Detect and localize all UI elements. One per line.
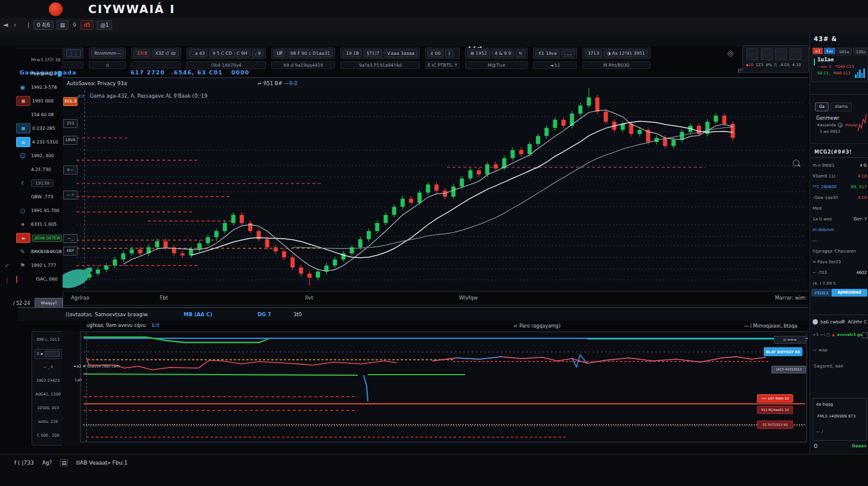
- indicator-gray-button[interactable]: 1415 49312913: [771, 366, 806, 373]
- toolbar-group: ⋮⋮: [64, 48, 83, 68]
- right-panel-row[interactable]: **1 19060069, 517: [813, 182, 867, 192]
- tabstrip-button[interactable]: 0 4|6: [33, 20, 54, 30]
- layout-thumbnail[interactable]: [789, 48, 801, 60]
- thumbnail-stat: ▪10: [746, 63, 754, 67]
- mini-list-item[interactable]: 096 c, 1013: [36, 335, 60, 349]
- indicator-chart[interactable]: [63, 331, 808, 446]
- right-panel-tab[interactable]: dilama: [830, 102, 852, 111]
- back-forward-arrows-icon[interactable]: ◄ ‹: [3, 21, 18, 29]
- toolbar: ⋮⋮Rtnimmm—dZ3!8X3Z ∅ ǳ. a 439 5 C CD : C…: [64, 48, 650, 69]
- toolbar-button[interactable]: ): [445, 49, 453, 57]
- watchlist-item[interactable]: ▪6331.1.005: [15, 217, 62, 231]
- toolbar-button[interactable]: €1 1Ava: [535, 49, 559, 57]
- right-panel-row[interactable]: Fqaragqa 'Chaviaren: [813, 246, 867, 257]
- tabstrip-button[interactable]: ▤: [57, 20, 69, 30]
- toolbar-button[interactable]: V.aaa 3aaaa: [384, 49, 417, 57]
- toolbar-button[interactable]: 98 F 90 c D1aa31: [287, 49, 333, 57]
- position-summary-box[interactable]: 1u1ae ~ww. 0 *O49 C13 98 23, MA6 013: [811, 55, 868, 82]
- mini-list-item[interactable]: — _ k: [43, 363, 54, 376]
- watchlist-item[interactable]: 4.21.730: [15, 163, 62, 176]
- watchlist-item[interactable]: ▦0 232-285: [15, 122, 62, 135]
- toolbar-button[interactable]: X3Z ∅ ǳ: [152, 49, 179, 57]
- checkbox-icon[interactable]: [862, 332, 868, 338]
- right-panel-row[interactable]: 93am9 11)4.18: [813, 171, 867, 182]
- order-button[interactable]: ≡3: [813, 48, 823, 54]
- price-label: — >: [63, 191, 78, 200]
- right-panel-row[interactable]: m-n 9W834 G: [813, 160, 867, 171]
- right-panel-row[interactable]: Med: [813, 203, 867, 214]
- right-panel-row[interactable]: -Oaw 1aa304.18: [813, 192, 867, 203]
- right-panel-tab[interactable]: Ga: [815, 102, 829, 111]
- toolbar-button[interactable]: ◑ As 12!91 3951: [604, 49, 648, 57]
- toolbar-button[interactable]: . , ,: [562, 49, 575, 57]
- mini-list-item[interactable]: A0G41, 1300: [35, 390, 61, 404]
- help-circle-icon[interactable]: ◎: [727, 49, 735, 57]
- right-panel-row[interactable]: 1a U wooGirr: 7: [813, 214, 867, 225]
- toolbar-button[interactable]: 9 5 C CD : C 9H: [209, 49, 250, 57]
- tabstrip-button[interactable]: @1: [97, 20, 112, 30]
- toolbar-button[interactable]: ¢ 00: [427, 49, 444, 57]
- order-button[interactable]: DE1a: [836, 48, 852, 54]
- mini-dropdown[interactable]: 0 ▪: [35, 349, 62, 359]
- mini-list-item[interactable]: C 500 . 200: [37, 431, 60, 445]
- divider: [810, 314, 868, 315]
- watchlist-item[interactable]: ✌19139: [15, 176, 62, 190]
- toolbar-button[interactable]: 4 & 9 9: [492, 49, 514, 57]
- candlestick-chart[interactable]: [63, 88, 808, 292]
- watchlist-item[interactable]: ▦1991 000: [15, 94, 62, 108]
- watchlist-item[interactable]: Payment, 2.85-8: [15, 67, 62, 80]
- summary-a: Kassanda: [817, 123, 836, 127]
- layout-thumbnail[interactable]: [761, 48, 773, 60]
- watchlist-item[interactable]: GBW .773: [15, 190, 62, 204]
- toolbar-button[interactable]: UF: [274, 49, 286, 57]
- mini-bar: [857, 72, 859, 78]
- toolbar-button[interactable]: , 9: [252, 49, 264, 57]
- toolbar-button[interactable]: 19 1B: [343, 49, 362, 57]
- tabstrip-button[interactable]: 9: [72, 22, 78, 28]
- tabstrip-button[interactable]: d5: [80, 20, 94, 30]
- toolbar-button[interactable]: Rtnimmm—: [91, 49, 123, 57]
- watchlist-item[interactable]: ✎BRKBAB4KGBBB: [15, 245, 62, 258]
- toolbar-button[interactable]: ⊞ 1952: [467, 49, 490, 57]
- watchlist-item[interactable]: 154 60 08: [15, 108, 62, 122]
- indicator-blue-button[interactable]: BLAT DQYSGY EX: [764, 347, 802, 356]
- right-panel-row[interactable]: —: [813, 235, 867, 246]
- toolbar-button-row: Rtnimmm—: [89, 48, 126, 59]
- toolbar-button[interactable]: Z3!8: [134, 49, 150, 57]
- sub-panel-icons[interactable]: +3 → i ▢: [813, 332, 830, 337]
- order-button[interactable]: 5aa: [824, 48, 835, 54]
- watchlist-pager[interactable]: / 52-24: [13, 301, 30, 306]
- toolbar-button[interactable]: ↻: [516, 49, 525, 57]
- grid-icon[interactable]: ▤: [841, 319, 845, 324]
- right-panel-row[interactable]: ~ -7034602: [813, 267, 867, 278]
- watchlist-item[interactable]: ISAC, 060: [15, 272, 62, 286]
- watchlist-item[interactable]: ○1991.91.700: [15, 204, 62, 217]
- layout-thumbnail[interactable]: [775, 48, 787, 60]
- watchlist-item[interactable]: ☺1992, 300: [15, 149, 62, 163]
- order-button[interactable]: 13Oa: [853, 48, 868, 54]
- watchlist-item-label: 1992, 300: [31, 153, 54, 158]
- quote-value-1: 617 2720: [131, 69, 165, 76]
- mini-list-item[interactable]: 10500, 003: [37, 404, 59, 418]
- toolbar-button[interactable]: . a 43: [189, 49, 207, 57]
- right-panel-row[interactable]: m-debmm: [813, 225, 867, 235]
- mini-list-item[interactable]: webs: 226: [38, 418, 58, 431]
- right-panel-row[interactable]: (4. ) 7.09 5: [813, 278, 867, 289]
- mini-list-item[interactable]: 3902 23423: [36, 376, 60, 390]
- details-section-title: MCG2(#9#3!: [814, 149, 852, 155]
- toolbar-button[interactable]: 3713: [585, 49, 602, 57]
- layout-thumbnail[interactable]: [746, 48, 758, 60]
- watchlist-item[interactable]: ▬JEDW DETEW: [15, 231, 62, 245]
- watchlist-item[interactable]: ⚑1992 L 777: [15, 258, 62, 272]
- right-panel-progress[interactable]: P31913 AJHKGWAE: [811, 289, 867, 297]
- watchlist-item[interactable]: ◉1992.3-578: [15, 80, 62, 94]
- indicator-mini-button[interactable]: ▤ ▬▬▬: [774, 336, 806, 344]
- toolbar-button[interactable]: ⋮⋮: [66, 49, 81, 57]
- toolbar-button[interactable]: §71)7: [364, 49, 382, 57]
- right-panel-row[interactable]: = Pava 0or23: [813, 257, 867, 267]
- tabstrip-button[interactable]: |: [26, 22, 30, 28]
- watchlist-item[interactable]: ▤4 231-5310: [15, 135, 62, 149]
- row-label: m-debmm: [813, 228, 834, 232]
- watchlist-item[interactable]: Mrw3.1FD 38: [15, 53, 62, 67]
- magnifier-icon[interactable]: [793, 160, 799, 166]
